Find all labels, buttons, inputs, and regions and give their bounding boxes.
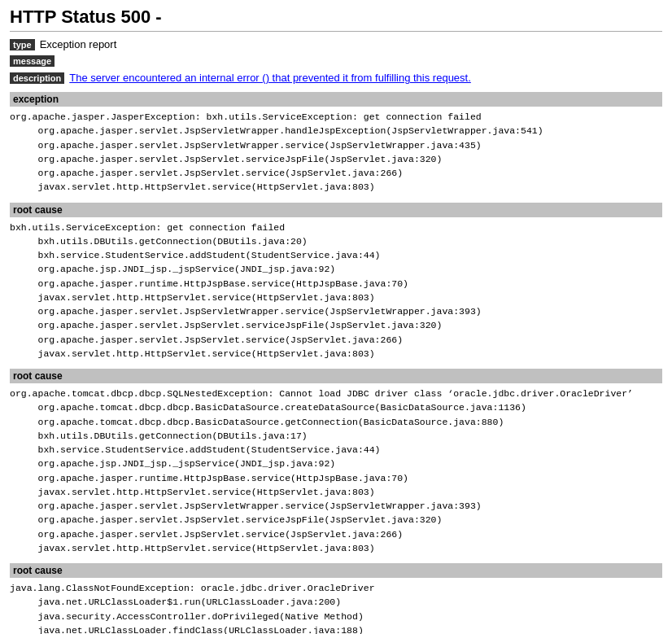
root-cause-3-header: root cause <box>10 563 662 578</box>
message-badge: message <box>10 55 55 67</box>
description-value: The server encountered an internal error… <box>69 72 471 84</box>
type-value: Exception report <box>40 38 117 50</box>
page-title: HTTP Status 500 - <box>10 7 662 32</box>
exception-header: exception <box>10 92 662 107</box>
root-cause-2-header: root cause <box>10 369 662 383</box>
root-cause-3-stacktrace: java.lang.ClassNotFoundException: oracle… <box>10 581 662 634</box>
type-row: type Exception report <box>10 38 662 50</box>
type-badge: type <box>10 39 35 50</box>
root-cause-1-header: root cause <box>10 203 662 217</box>
message-row: message <box>10 55 662 67</box>
description-row: description The server encountered an in… <box>10 72 662 84</box>
description-link[interactable]: The server encountered an internal error… <box>69 72 471 84</box>
page-container: HTTP Status 500 - type Exception report … <box>0 0 672 634</box>
root-cause-2-stacktrace: org.apache.tomcat.dbcp.dbcp.SQLNestedExc… <box>10 387 662 555</box>
exception-stacktrace: org.apache.jasper.JasperException: bxh.u… <box>10 110 662 195</box>
root-cause-1-stacktrace: bxh.utils.ServiceException: get connecti… <box>10 221 662 361</box>
description-badge: description <box>10 72 64 84</box>
